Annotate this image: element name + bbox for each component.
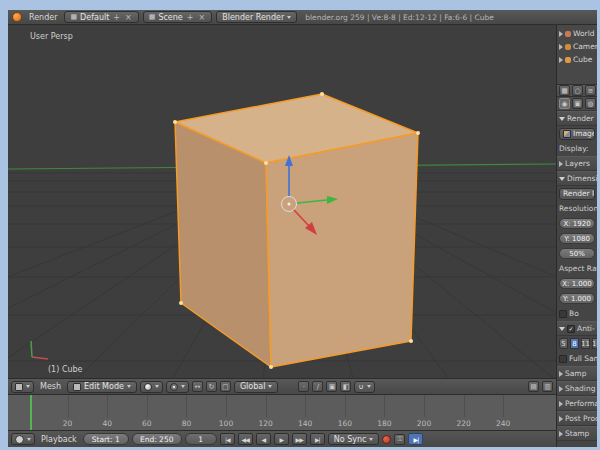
timeline-ruler[interactable]: 20406080100120140160180200220240 (8, 394, 556, 430)
frame-start-field[interactable]: Start: 1 (83, 433, 129, 445)
ruler-frame-number: 180 (377, 419, 391, 428)
screen-layout-dropdown[interactable]: ▦ Default + × (64, 11, 138, 23)
occlude-geometry-toggle[interactable]: ◧ (340, 381, 351, 392)
viewport-shading-dropdown[interactable] (140, 381, 163, 393)
panel-performance-header[interactable]: Performa (557, 396, 597, 411)
aspect-y-row: Y: 1.000 (557, 291, 597, 306)
chevron-down-icon (155, 385, 159, 388)
expand-icon[interactable] (559, 44, 563, 50)
outliner-item-cube[interactable]: Cube (557, 53, 597, 66)
chevron-down-icon (268, 385, 272, 388)
jump-to-end-button[interactable]: ▶| (310, 433, 325, 445)
render-opengl-anim-button[interactable]: ▥ (542, 381, 553, 392)
properties-panel: ◉ ▣ ◍ □ Render Image Display: Layers (557, 97, 597, 447)
panel-antialiasing-header[interactable]: ✓ Anti- (557, 321, 597, 336)
panel-layers-header[interactable]: Layers (557, 156, 597, 171)
aa-samples-5-button[interactable]: 5 (559, 338, 568, 349)
viewport-header: Mesh Edit Mode ↔ ↻ ▢ Global · (8, 378, 556, 394)
chevron-down-icon (287, 16, 291, 19)
previous-keyframe-button[interactable]: ◀◀ (238, 433, 253, 445)
border-checkbox[interactable] (559, 310, 567, 318)
mode-dropdown[interactable]: Edit Mode (67, 381, 137, 393)
render-engine-dropdown[interactable]: Blender Render (216, 11, 297, 23)
scene-dropdown[interactable]: ▦ Scene + × (143, 11, 212, 23)
panel-open-icon (559, 177, 565, 181)
snap-magnet-icon: ∪ (358, 383, 363, 391)
panel-stamp-header[interactable]: Stamp (557, 426, 597, 441)
auto-keyframe-record-button[interactable] (382, 435, 391, 444)
expand-icon[interactable] (559, 31, 563, 37)
outliner-item-world[interactable]: World (557, 27, 597, 40)
panel-dimensions-header[interactable]: Dimensions (557, 171, 597, 186)
expand-icon[interactable] (559, 57, 563, 63)
search-icon[interactable]: ○ (572, 85, 583, 96)
outliner-display-mode-dropdown[interactable]: ▦ (559, 85, 570, 96)
outliner-item-camera[interactable]: Camera (557, 40, 597, 53)
aspect-x-slider[interactable]: X: 1.000 (559, 278, 595, 289)
tab-scene[interactable]: ▣ (572, 98, 583, 109)
filter-icon[interactable]: ≡ (585, 85, 596, 96)
sync-mode-dropdown[interactable]: No Sync (328, 433, 380, 445)
border-label: Bo (569, 309, 579, 318)
render-presets-dropdown[interactable]: Render Pres (559, 188, 595, 200)
panel-shading-header[interactable]: Shading (557, 381, 597, 396)
vertex-select-toggle[interactable]: · (298, 381, 309, 392)
tab-world[interactable]: ◍ (585, 98, 596, 109)
use-preview-range-button[interactable]: ▶| (408, 433, 423, 445)
menu-mesh[interactable]: Mesh (37, 382, 64, 391)
ruler-frame-number: 220 (456, 419, 470, 428)
menu-playback[interactable]: Playback (38, 435, 80, 444)
face-select-toggle[interactable]: ▣ (326, 381, 337, 392)
edge-select-toggle[interactable]: / (312, 381, 323, 392)
close-layout-icon[interactable]: × (124, 13, 133, 22)
snap-dropdown[interactable]: ∪ (354, 381, 374, 393)
timeline-editor-type-button[interactable] (11, 433, 35, 445)
add-layout-icon[interactable]: + (112, 13, 121, 22)
cube-object[interactable] (175, 94, 418, 367)
manipulator-rotate-toggle[interactable]: ↻ (206, 381, 217, 392)
render-image-button[interactable]: Image (559, 128, 595, 140)
keying-set-button[interactable]: ⚿ (394, 434, 405, 445)
aa-samples-16-button[interactable]: 16 (592, 338, 597, 349)
current-frame-field[interactable]: 1 (185, 433, 217, 445)
panel-closed-icon (559, 371, 563, 377)
aspect-y-slider[interactable]: Y: 1.000 (559, 293, 595, 304)
render-opengl-button[interactable]: ▤ (528, 381, 539, 392)
aa-samples-11-button[interactable]: 11 (581, 338, 590, 349)
render-presets-row: Render Pres (557, 186, 597, 201)
3d-viewport[interactable]: User Persp (1) Cube (8, 25, 556, 378)
resolution-y-slider[interactable]: Y: 1080 (559, 233, 595, 244)
close-scene-icon[interactable]: × (197, 13, 206, 22)
panel-sampled-motion-header[interactable]: Samp (557, 366, 597, 381)
blender-logo-icon[interactable] (12, 12, 22, 22)
manipulator-center-dot[interactable] (287, 202, 290, 205)
manipulator-scale-toggle[interactable]: ▢ (220, 381, 231, 392)
full-sample-checkbox[interactable] (559, 355, 567, 363)
manipulator-translate-toggle[interactable]: ↔ (192, 381, 203, 392)
resolution-label: Resolution: (559, 204, 597, 213)
resolution-x-slider[interactable]: X: 1920 (559, 218, 595, 229)
blender-workspace: Render ▦ Default + × ▦ Scene + × Blender… (8, 10, 597, 447)
jump-to-start-button[interactable]: |◀ (220, 433, 235, 445)
add-scene-icon[interactable]: + (186, 13, 195, 22)
next-keyframe-button[interactable]: ▶▶ (292, 433, 307, 445)
resolution-scale-slider[interactable]: 50% (559, 248, 595, 259)
menu-render[interactable]: Render (26, 13, 60, 22)
panel-render-header[interactable]: Render (557, 111, 597, 126)
panel-closed-icon (559, 401, 563, 407)
panel-title: Dimensions (567, 174, 597, 183)
play-reverse-button[interactable]: ◀ (256, 433, 271, 445)
aa-samples-8-button[interactable]: 8 (570, 338, 579, 349)
transform-orientation-dropdown[interactable]: Global (234, 381, 279, 393)
play-button[interactable]: ▶ (274, 433, 289, 445)
editor-type-button[interactable] (11, 381, 34, 393)
timeline-playhead[interactable] (30, 395, 32, 430)
panel-closed-icon (559, 416, 563, 422)
antialiasing-checkbox[interactable]: ✓ (567, 325, 575, 333)
cube-left-face[interactable] (175, 122, 271, 367)
tab-render[interactable]: ◉ (559, 98, 570, 109)
ruler-tick (503, 395, 504, 417)
pivot-point-dropdown[interactable] (166, 381, 189, 393)
frame-end-field[interactable]: End: 250 (132, 433, 182, 445)
panel-postprocessing-header[interactable]: Post Proc (557, 411, 597, 426)
